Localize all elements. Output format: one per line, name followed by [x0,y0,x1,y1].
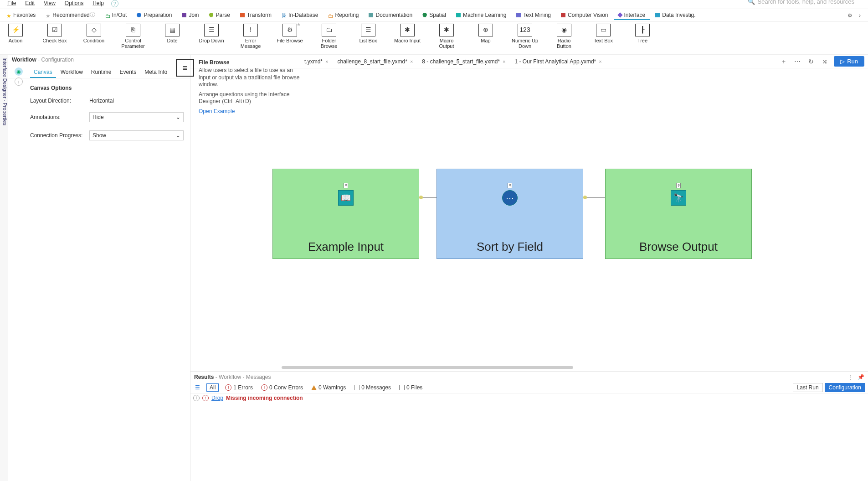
shuffle-icon[interactable]: ⤨ [820,57,829,66]
menu-help[interactable]: Help [88,0,108,6]
category-label: Favorites [13,12,36,18]
filter-errors[interactable]: !1 Errors [223,383,255,392]
canvas-node-sort-by-field[interactable]: ⚲ ⋯ Sort by Field [437,169,583,259]
config-icon-info[interactable]: i [15,78,23,86]
history-icon[interactable]: ↻ [806,57,816,66]
more-tabs-button[interactable]: ⋯ [793,57,802,66]
run-button[interactable]: ▷ Run [834,56,864,67]
category-transform[interactable]: Transform [236,11,276,20]
config-tab-events[interactable]: Events [116,67,140,78]
category-documentation[interactable]: Documentation [364,11,417,20]
side-strip[interactable]: Interface Designer · Properties [0,55,8,481]
category-preparation[interactable]: Preparation [132,11,176,20]
connection-progress-select[interactable]: Show⌄ [89,130,184,140]
category-parse[interactable]: Parse [204,11,234,20]
config-tab-meta-info[interactable]: Meta Info [141,67,171,78]
square-icon [240,13,245,17]
favorite-star-icon[interactable]: ★ [297,22,301,27]
config-side-icons: ◉ i [15,67,23,86]
close-tab-icon[interactable]: × [410,59,413,64]
segment-configuration[interactable]: Configuration [825,383,865,392]
category-machine-learning[interactable]: Machine Learning [452,11,511,20]
category-join[interactable]: Join [177,11,203,20]
filter-conv-errors[interactable]: !0 Conv Errors [259,383,305,392]
menu-options[interactable]: Options [60,0,88,6]
tool-label: Action [9,38,23,43]
tool-error-message[interactable]: !Error Message [237,24,264,49]
filter-warnings[interactable]: 0 Warnings [309,383,348,392]
connection-progress-label: Connection Progress: [30,132,89,139]
tool-check-box[interactable]: ☑Check Box [41,24,68,43]
tool-icon: ◇ [87,24,101,36]
category-reporting[interactable]: 🗀Reporting [324,11,363,20]
tool-map[interactable]: ⊕Map [472,24,499,43]
category-in-database[interactable]: 🗄In-Database [277,11,323,20]
document-tab-label: 8 - challenge_5_start_file.yxmd* [422,58,500,65]
category-recommended[interactable]: ★Recommended ⓘ [41,10,99,21]
gear-icon[interactable]: ⚙ [846,12,853,19]
menu-edit[interactable]: Edit [21,0,39,6]
tool-radio-button[interactable]: ◉Radio Button [550,24,578,49]
category-label: Text Mining [523,12,551,18]
filter-messages[interactable]: 0 Messages [352,383,393,392]
node-top-anchor[interactable]: ⚲ [676,183,681,188]
annotations-select[interactable]: Hide⌄ [89,112,184,122]
tool-tree[interactable]: ┠Tree [629,24,656,43]
results-pin-icon[interactable]: 📌 [858,374,864,380]
category-interface[interactable]: Interface [614,11,650,20]
document-tab[interactable]: 1 - Our First Analytical App.yxmd*× [510,55,606,68]
segment-last-run[interactable]: Last Run [793,383,823,392]
node-top-anchor[interactable]: ⚲ [344,183,348,188]
category-data-investig-[interactable]: Data Investig. [651,11,700,20]
tool-drop-down[interactable]: ☰Drop Down [198,24,225,43]
tool-file-browse[interactable]: ⚙File Browse★ [276,24,303,43]
config-tab-workflow[interactable]: Workflow [57,67,87,78]
config-section-title: Canvas Options [30,85,184,91]
canvas-node-example-input[interactable]: ⚲ 📖 Example Input [272,169,419,259]
results-message-row[interactable]: i ! Drop Missing incoming connection [193,394,865,402]
menu-file[interactable]: File [3,0,21,6]
config-tab-runtime[interactable]: Runtime [87,67,115,78]
canvas-node-browse-output[interactable]: ⚲ 🔭 Browse Output [605,169,752,259]
tool-action[interactable]: ⚡Action [2,24,29,43]
config-tab-canvas[interactable]: Canvas [30,67,56,78]
document-tab[interactable]: challenge_8_start_file.yxmd*× [333,55,417,68]
new-tab-button[interactable]: + [779,57,788,66]
search-box[interactable]: 🔍 Search for tools, help, and resources [748,0,854,5]
help-icon[interactable]: ? [111,0,118,7]
category-favorites[interactable]: ★Favorites [2,11,40,20]
tool-macro-output[interactable]: ✱Macro Output [433,24,460,49]
tool-condition[interactable]: ◇Condition [80,24,108,43]
category-computer-vision[interactable]: Computer Vision [556,11,613,20]
config-icon-canvas[interactable]: ◉ [15,67,23,76]
close-tab-icon[interactable]: × [599,59,601,64]
message-source-link[interactable]: Drop [211,395,223,401]
canvas-horizontal-scrollbar[interactable] [282,366,573,369]
close-tab-icon[interactable]: × [503,59,505,64]
open-example-link[interactable]: Open Example [199,108,235,114]
category-in-out[interactable]: 🗀In/Out [101,11,132,20]
tool-date[interactable]: ▦Date [159,24,186,43]
tool-numeric-up-down[interactable]: 123Numeric Up Down [511,24,539,49]
category-spatial[interactable]: Spatial [418,11,451,20]
tool-label: Radio Button [550,38,578,49]
tool-folder-browse[interactable]: 🗀Folder Browse [315,24,343,49]
filter-files[interactable]: 0 Files [397,383,424,392]
tool-control-parameter[interactable]: ⎘Control Parameter [119,24,147,49]
hex-icon [422,13,427,17]
filter-all[interactable]: All [206,383,219,392]
menu-view[interactable]: View [39,0,60,6]
document-tab[interactable]: 8 - challenge_5_start_file.yxmd*× [417,55,510,68]
connection-anchor[interactable] [583,196,587,199]
tool-list-box[interactable]: ☰List Box [354,24,382,43]
tool-macro-input[interactable]: ✱Macro Input [394,24,421,43]
results-menu-icon[interactable]: ⋮ [847,374,853,380]
results-list-icon[interactable]: ☰ [193,383,202,392]
scroll-right-icon[interactable]: › [856,12,863,19]
tool-label: Folder Browse [315,38,343,49]
category-text-mining[interactable]: Text Mining [512,11,555,20]
connection-anchor[interactable] [419,196,423,199]
node-top-anchor[interactable]: ⚲ [508,183,512,188]
tool-text-box[interactable]: ▭Text Box [590,24,617,43]
close-tab-icon[interactable]: × [325,59,328,64]
